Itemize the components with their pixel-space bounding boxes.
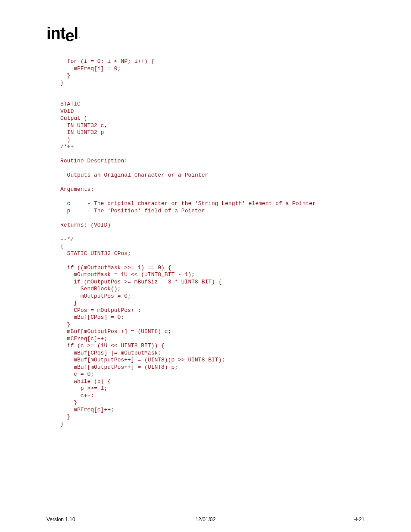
logo-text-b: e bbox=[65, 27, 74, 45]
footer-page: H-21 bbox=[353, 516, 364, 523]
logo-text-a: int bbox=[47, 24, 65, 42]
logo-text-c: l bbox=[74, 24, 78, 42]
intel-logo: intel. bbox=[47, 24, 79, 43]
footer-date: 12/01/02 bbox=[0, 516, 411, 523]
logo-dot: . bbox=[78, 34, 79, 39]
source-code: for (i = 0; i < NP; i++) { mPFreq[i] = 0… bbox=[60, 58, 385, 428]
